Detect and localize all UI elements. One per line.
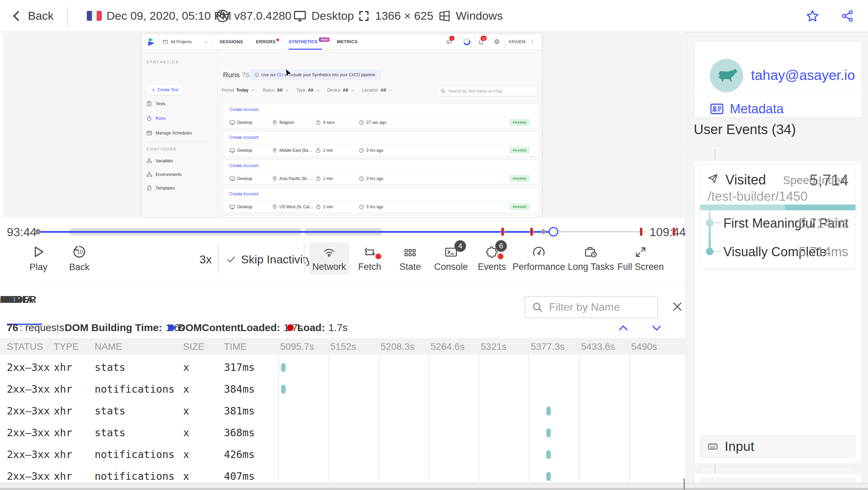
desktop-icon	[293, 9, 307, 23]
star-icon	[805, 9, 820, 23]
jump-previous-button[interactable]	[617, 321, 629, 333]
timeline-connector	[714, 150, 716, 160]
cli-link[interactable]: CLI	[277, 72, 283, 77]
current-time: 93:44	[7, 225, 37, 239]
settings-button[interactable]	[494, 34, 500, 49]
top-bar: Back Dec 09, 2020, 05:10 PM v87.0.4280 D…	[0, 0, 868, 32]
resolution-info: 1366 × 625	[357, 0, 433, 32]
speed-button[interactable]: 3x	[193, 251, 219, 267]
share-button[interactable]	[841, 9, 854, 23]
tab-sessions[interactable]: SESSIONS	[220, 34, 243, 49]
user-email[interactable]: tahay@asayer.io	[751, 67, 855, 83]
tab-other[interactable]: OTHER	[0, 294, 37, 305]
metric-dot	[706, 219, 713, 227]
alert-dot	[498, 254, 503, 259]
filter-location[interactable]: Location All	[362, 88, 393, 93]
user-event-item[interactable]: Input	[700, 435, 856, 458]
replay-search-input[interactable]: Search by Test Name or #Tag	[437, 86, 537, 96]
issue-marker	[530, 228, 533, 236]
notifications-button[interactable]: 33	[478, 34, 484, 49]
skip-inactivity-toggle[interactable]: Skip Inactivity	[226, 251, 312, 267]
close-panel-button[interactable]	[671, 300, 684, 313]
tab-synthetics[interactable]: SYNTHETICSNEW	[289, 34, 329, 49]
kebab-menu[interactable]	[530, 34, 535, 49]
run-test-name-link[interactable]: Create Account	[229, 107, 258, 112]
create-test-button[interactable]: Create Test	[146, 85, 183, 95]
request-timing-bar	[546, 472, 551, 481]
run-row[interactable]: Desktop Middle East (Ba… 1 min 3 hrs ago…	[223, 144, 539, 157]
full-screen-icon	[634, 245, 647, 259]
run-group-card: Create Account Desktop Canada (Central) …	[223, 216, 540, 217]
search-icon	[440, 88, 446, 94]
tab-metrics[interactable]: METRICS	[337, 34, 358, 49]
table-row[interactable]: 2xx–3xx xhr notifications x 384ms	[0, 378, 685, 400]
replay-main-content: Runs 76 Use our CLI to include your Synt…	[218, 50, 542, 217]
filter-device[interactable]: Device All	[327, 88, 355, 93]
panel-toggle-full-screen[interactable]: Full Screen	[621, 242, 661, 275]
playhead-handle[interactable]	[549, 227, 558, 236]
project-selector-chevron[interactable]	[204, 34, 208, 49]
requests-table: STATUS TYPE NAME SIZE TIME 5095.7s5152s5…	[0, 338, 685, 483]
announcements-button[interactable]: 1	[446, 34, 452, 49]
filter-type[interactable]: Type All	[296, 88, 320, 93]
metrics-timeline-line	[709, 210, 711, 251]
table-row[interactable]: 2xx–3xx xhr notifications x 426ms	[0, 444, 685, 466]
session-sidebar: tahay@asayer.io Metadata User Events (34…	[686, 32, 868, 485]
france-flag-icon	[87, 11, 102, 21]
mouse-cursor	[283, 67, 294, 79]
run-row[interactable]: Desktop US West (N. Cal… 1 min 3 hrs ago…	[223, 201, 539, 213]
visited-event-card[interactable]: Visited Speed Index 5,714 /test-builder/…	[700, 164, 856, 268]
table-row[interactable]: 2xx–3xx xhr notifications x 407ms	[0, 466, 685, 483]
user-menu[interactable]: KRAIEM	[509, 34, 526, 49]
vertical-scrollbar-thumb[interactable]	[684, 478, 685, 490]
filter-period[interactable]: Period Today	[222, 88, 255, 93]
table-row[interactable]: 2xx–3xx xhr stats x 368ms	[0, 422, 685, 444]
timeline-connector	[714, 464, 716, 473]
back-button[interactable]: Back	[10, 0, 54, 32]
asayer-logo[interactable]	[146, 34, 156, 49]
jump-next-button[interactable]	[651, 321, 662, 333]
panel-toggle-fetch[interactable]: Fetch	[350, 242, 390, 275]
panel-toggle-performance[interactable]: Performance	[519, 242, 559, 275]
divider	[67, 7, 68, 27]
sidebar-item-variables[interactable]: Variables	[146, 158, 173, 164]
metric-dot	[706, 248, 713, 255]
environments-icon	[146, 172, 152, 177]
status-badge: PASSED	[510, 203, 530, 210]
panel-toggle-events[interactable]: 6 Events	[472, 242, 512, 275]
filter-status[interactable]: Status All	[262, 88, 289, 93]
play-button[interactable]: Play	[20, 242, 57, 275]
back-10s-button[interactable]: 10 Back	[61, 242, 98, 275]
panel-toggle-network[interactable]: Network	[309, 242, 349, 275]
sidebar-item-environments[interactable]: Environments	[146, 172, 181, 177]
sidebar-item-tests[interactable]: Tests	[146, 101, 165, 107]
tab-errors[interactable]: ERRORS	[256, 34, 279, 49]
horizontal-scrollbar[interactable]	[0, 483, 868, 490]
sidebar-item-templates[interactable]: Templates	[146, 185, 175, 191]
panel-toggle-state[interactable]: State	[390, 242, 430, 275]
metadata-button[interactable]: Metadata	[709, 101, 784, 116]
run-test-name-link[interactable]: Create Account	[229, 163, 258, 168]
run-test-name-link[interactable]: Create Account	[229, 135, 258, 140]
filter-input[interactable]: Filter by Name	[525, 296, 658, 318]
timeline-track[interactable]	[38, 218, 646, 242]
run-row[interactable]: Desktop Asia Pacific (M… 1 min 3 hrs ago…	[223, 173, 539, 185]
table-row[interactable]: 2xx–3xx xhr stats x 317ms	[0, 357, 685, 378]
sidebar-item-manage-schedules[interactable]: Manage Schedules	[146, 130, 192, 136]
table-row[interactable]: 2xx–3xx xhr stats x 381ms	[0, 400, 685, 422]
loading-spinner	[463, 34, 470, 49]
status-badge: PASSED	[510, 119, 530, 126]
asayer-logo	[146, 37, 156, 47]
panel-toggle-long-tasks[interactable]: Long Tasks	[571, 242, 611, 275]
chevron-down-icon	[351, 88, 355, 93]
favorite-button[interactable]	[805, 9, 820, 23]
run-row[interactable]: Desktop Belgium 4 secs 27 sec ago PASSED	[223, 116, 539, 129]
desktop-icon	[229, 148, 235, 153]
request-timing-bar	[546, 450, 551, 459]
project-selector[interactable]: All Projects	[163, 34, 192, 49]
fetch-icon	[363, 245, 376, 259]
run-test-name-link[interactable]: Create Account	[229, 192, 258, 196]
location-pin-icon	[272, 120, 277, 125]
panel-toggle-console[interactable]: 4 Console	[431, 242, 471, 275]
sidebar-item-runs[interactable]: Runs	[146, 115, 165, 121]
